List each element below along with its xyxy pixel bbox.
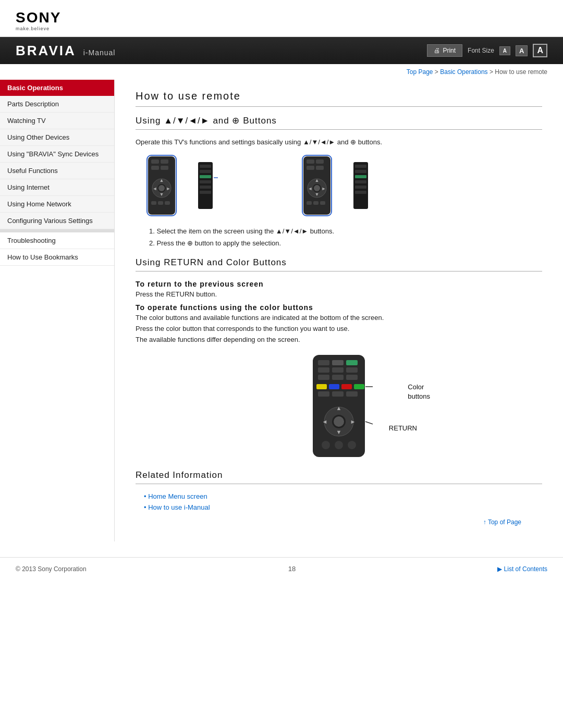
breadcrumb-basic-ops[interactable]: Basic Operations bbox=[440, 68, 487, 76]
svg-text:▼: ▼ bbox=[336, 429, 342, 435]
sidebar-active-section[interactable]: Basic Operations bbox=[0, 80, 114, 96]
section1-divider bbox=[136, 129, 542, 130]
svg-rect-61 bbox=[318, 391, 329, 397]
related-link-2[interactable]: How to use i-Manual bbox=[144, 503, 542, 511]
svg-text:►: ► bbox=[350, 418, 356, 425]
footer: © 2013 Sony Corporation 18 ▶ List of Con… bbox=[0, 557, 563, 580]
steps-list: Select the item on the screen using the … bbox=[146, 227, 542, 247]
breadcrumb-sep1: > bbox=[433, 68, 440, 76]
svg-rect-2 bbox=[151, 159, 159, 164]
sidebar-item-bookmarks[interactable]: How to Use Bookmarks bbox=[0, 249, 114, 266]
sony-tagline: make.believe bbox=[16, 26, 50, 31]
svg-rect-20 bbox=[200, 180, 211, 183]
svg-text:►: ► bbox=[322, 186, 326, 191]
page-number: 18 bbox=[288, 565, 296, 573]
svg-rect-5 bbox=[161, 166, 168, 170]
imanual-label: i-Manual bbox=[83, 48, 116, 57]
svg-text:▼: ▼ bbox=[315, 192, 320, 197]
remote-svg-2: ▲ ▼ ◄ ► bbox=[301, 154, 348, 217]
header-left: BRAVIA i-Manual bbox=[16, 43, 115, 59]
subsection1-title: To return to the previous screen bbox=[136, 280, 542, 288]
bravia-logo: BRAVIA bbox=[16, 43, 76, 59]
svg-rect-42 bbox=[355, 170, 366, 173]
svg-rect-45 bbox=[355, 186, 366, 189]
sony-logo-area: SONY make.believe bbox=[0, 0, 563, 37]
svg-rect-15 bbox=[165, 201, 170, 205]
svg-point-72 bbox=[335, 441, 343, 449]
print-icon: 🖨 bbox=[434, 47, 440, 54]
page-title: How to use remote bbox=[136, 90, 542, 102]
remote-svg-1: ▲ ▼ ◄ ► bbox=[146, 154, 193, 217]
sidebar-item-useful-functions[interactable]: Useful Functions bbox=[0, 163, 114, 179]
svg-point-12 bbox=[158, 185, 165, 191]
svg-rect-60 bbox=[354, 384, 364, 389]
sidebar: Basic Operations Parts Description Watch… bbox=[0, 80, 115, 541]
header-bar: BRAVIA i-Manual 🖨 Print Font Size A A A bbox=[0, 37, 563, 64]
color-buttons-label: Colorbuttons bbox=[408, 382, 430, 401]
svg-text:▼: ▼ bbox=[160, 192, 164, 197]
sidebar-item-bravia-sync[interactable]: Using "BRAVIA" Sync Devices bbox=[0, 146, 114, 163]
svg-rect-19 bbox=[200, 175, 211, 178]
subsection1-text: Press the RETURN button. bbox=[136, 290, 542, 298]
svg-rect-54 bbox=[318, 375, 329, 380]
svg-rect-38 bbox=[313, 201, 319, 205]
header-right: 🖨 Print Font Size A A A bbox=[427, 44, 547, 57]
subsection2-text-1: The color buttons and available function… bbox=[136, 314, 542, 322]
svg-text:▲: ▲ bbox=[315, 178, 320, 183]
svg-point-36 bbox=[314, 185, 320, 191]
svg-rect-37 bbox=[307, 201, 312, 205]
svg-point-73 bbox=[348, 441, 356, 449]
related-links-list: Home Menu screen How to use i-Manual bbox=[144, 492, 542, 511]
svg-rect-3 bbox=[161, 159, 168, 164]
subsection2-text-2: Press the color button that corresponds … bbox=[136, 325, 542, 332]
list-of-contents-link[interactable]: ▶ List of Contents bbox=[497, 565, 547, 573]
svg-text:◄: ◄ bbox=[308, 186, 313, 191]
top-of-page-link[interactable]: ↑ Top of Page bbox=[483, 519, 521, 526]
sidebar-item-using-other-devices[interactable]: Using Other Devices bbox=[0, 129, 114, 146]
sidebar-item-using-internet[interactable]: Using Internet bbox=[0, 179, 114, 196]
svg-rect-22 bbox=[200, 191, 211, 194]
print-label: Print bbox=[443, 47, 456, 54]
svg-text:◄: ◄ bbox=[153, 186, 157, 191]
svg-rect-13 bbox=[151, 201, 156, 205]
imanual-link[interactable]: How to use i-Manual bbox=[148, 503, 210, 511]
home-menu-link[interactable]: Home Menu screen bbox=[148, 492, 207, 500]
step-2: Press the ⊕ button to apply the selectio… bbox=[146, 239, 542, 247]
color-remote-svg: ▲ ▼ ◄ ► bbox=[305, 354, 373, 458]
font-small-button[interactable]: A bbox=[499, 46, 510, 55]
step-1: Select the item on the screen using the … bbox=[146, 227, 542, 235]
sidebar-item-parts-description[interactable]: Parts Description bbox=[0, 96, 114, 113]
sidebar-item-troubleshooting[interactable]: Troubleshooting bbox=[0, 232, 114, 249]
main-layout: Basic Operations Parts Description Watch… bbox=[0, 80, 563, 541]
svg-rect-28 bbox=[307, 166, 314, 170]
remote-image-2: ▲ ▼ ◄ ► bbox=[301, 154, 373, 217]
svg-text:▲: ▲ bbox=[160, 178, 164, 183]
svg-rect-57 bbox=[316, 384, 327, 389]
font-medium-button[interactable]: A bbox=[516, 45, 528, 56]
sidebar-item-watching-tv[interactable]: Watching TV bbox=[0, 113, 114, 129]
top-of-page-link-area: ↑ Top of Page bbox=[136, 514, 542, 526]
subsection2-title: To operate functions using the color but… bbox=[136, 303, 542, 312]
font-large-button[interactable]: A bbox=[533, 44, 547, 57]
title-divider bbox=[136, 106, 542, 107]
sidebar-item-configuring[interactable]: Configuring Various Settings bbox=[0, 213, 114, 229]
svg-rect-26 bbox=[307, 159, 314, 164]
section2-divider bbox=[136, 271, 542, 272]
copyright: © 2013 Sony Corporation bbox=[16, 565, 87, 573]
svg-rect-14 bbox=[158, 201, 163, 205]
svg-rect-39 bbox=[320, 201, 325, 205]
svg-rect-52 bbox=[332, 367, 344, 373]
svg-rect-56 bbox=[346, 375, 358, 380]
breadcrumb-top-page[interactable]: Top Page bbox=[407, 68, 433, 76]
svg-rect-46 bbox=[355, 191, 366, 194]
svg-rect-48 bbox=[318, 360, 329, 365]
return-label: RETURN bbox=[389, 424, 417, 432]
svg-rect-4 bbox=[151, 166, 159, 170]
svg-rect-58 bbox=[329, 384, 339, 389]
section3-title: Related Information bbox=[136, 470, 542, 480]
svg-rect-21 bbox=[200, 186, 211, 189]
print-button[interactable]: 🖨 Print bbox=[427, 44, 462, 57]
related-link-1[interactable]: Home Menu screen bbox=[144, 492, 542, 500]
sidebar-item-home-network[interactable]: Using Home Network bbox=[0, 196, 114, 213]
svg-rect-41 bbox=[355, 165, 366, 168]
